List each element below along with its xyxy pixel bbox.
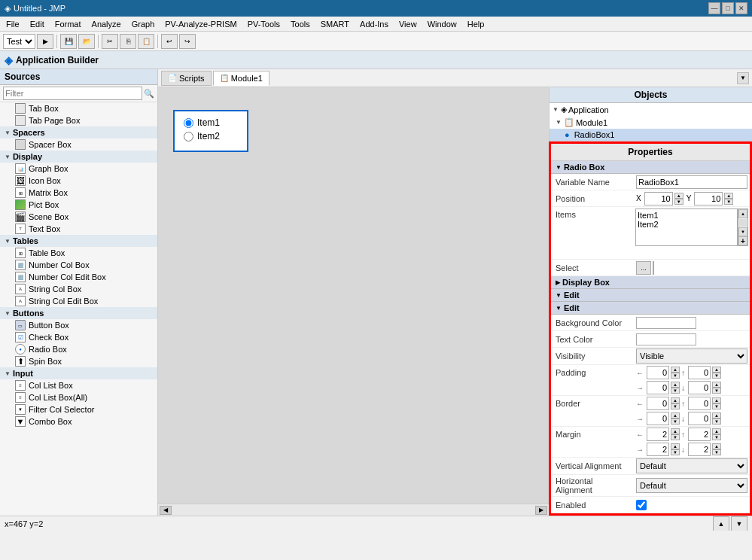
menu-file[interactable]: File (2, 19, 24, 29)
border-right-input[interactable] (647, 412, 669, 425)
position-y-down[interactable]: ▼ (724, 199, 733, 205)
source-item-text-box[interactable]: T Text Box (0, 223, 157, 235)
items-scroll-down[interactable]: ▼ (738, 227, 747, 236)
radio-input-1[interactable] (184, 118, 193, 128)
menu-format[interactable]: Format (50, 19, 86, 29)
margin-right-input[interactable] (647, 443, 669, 456)
hscroll-right-btn[interactable]: ▶ (535, 506, 547, 515)
tab-module1[interactable]: 📋 Module1 (213, 71, 269, 86)
toolbar-redo-btn[interactable]: ↪ (179, 34, 196, 49)
items-scroll-up[interactable]: ▲ (738, 209, 747, 218)
padding-bottom-up[interactable]: ▲ (712, 382, 721, 388)
hscroll-left-btn[interactable]: ◀ (160, 506, 172, 515)
border-left-down[interactable]: ▼ (671, 403, 680, 409)
padding-left-up[interactable]: ▲ (671, 367, 680, 373)
spacers-section-header[interactable]: ▼ Spacers (0, 126, 157, 138)
source-item-pict-box[interactable]: Pict Box (0, 199, 157, 211)
canvas-hscroll[interactable]: ◀ ▶ (158, 504, 549, 516)
margin-left-down[interactable]: ▼ (671, 434, 680, 440)
sources-filter-input[interactable] (3, 87, 142, 100)
padding-right-up[interactable]: ▲ (671, 382, 680, 388)
close-button[interactable]: ✕ (735, 2, 747, 14)
position-x-up[interactable]: ▲ (674, 193, 683, 199)
source-item-number-col-box[interactable]: 🔢 Number Col Box (0, 259, 157, 271)
menu-pvanalyze[interactable]: PV-Analyze-PRISM (160, 19, 241, 29)
source-item-filter-col-selector[interactable]: ▼ Filter Col Selector (0, 403, 157, 415)
source-item-tab-page-box[interactable]: Tab Page Box (0, 114, 157, 126)
tab-scripts[interactable]: 📄 Scripts (161, 71, 212, 86)
source-item-icon-box[interactable]: 🖼 Icon Box (0, 175, 157, 187)
select-dots-btn[interactable]: ... (636, 261, 651, 275)
canvas-content[interactable]: Item1 Item2 (158, 87, 549, 504)
source-item-check-box[interactable]: ☑ Check Box (0, 331, 157, 343)
source-item-spin-box[interactable]: ⬆ Spin Box (0, 355, 157, 367)
position-x-input[interactable] (644, 192, 673, 205)
source-item-scene-box[interactable]: 🎬 Scene Box (0, 211, 157, 223)
border-right-up[interactable]: ▲ (671, 412, 680, 418)
menu-pvtools[interactable]: PV-Tools (243, 19, 285, 29)
menu-graph[interactable]: Graph (127, 19, 160, 29)
toolbar-cut-btn[interactable]: ✂ (102, 34, 118, 49)
padding-bottom-input[interactable] (688, 381, 711, 394)
tree-item-application[interactable]: ▼ ◈ Application (550, 103, 752, 116)
buttons-section-header[interactable]: ▼ Buttons (0, 307, 157, 319)
margin-left-input[interactable] (647, 428, 669, 441)
tree-item-module1[interactable]: ▼ 📋 Module1 (550, 116, 752, 129)
menu-view[interactable]: View (394, 19, 422, 29)
maximize-button[interactable]: □ (722, 2, 734, 14)
radio-input-2[interactable] (184, 132, 193, 142)
variable-name-input[interactable] (636, 175, 747, 189)
padding-right-input[interactable] (647, 381, 669, 394)
border-left-input[interactable] (647, 397, 669, 410)
halign-select[interactable]: Default Left Center Right (636, 478, 747, 493)
border-right-down[interactable]: ▼ (671, 418, 680, 425)
source-item-col-list-box-all[interactable]: ≡ Col List Box(All) (0, 391, 157, 403)
menu-edit[interactable]: Edit (26, 19, 49, 29)
select-input-box[interactable] (653, 261, 654, 275)
tree-item-radiobox1[interactable]: ● RadioBox1 (550, 129, 752, 141)
input-section-header[interactable]: ▼ Input (0, 367, 157, 379)
menu-addins[interactable]: Add-Ins (355, 19, 393, 29)
source-item-radio-box[interactable]: ● Radio Box (0, 343, 157, 355)
items-add-btn[interactable]: + (738, 236, 747, 245)
padding-top-up[interactable]: ▲ (712, 367, 721, 373)
source-item-combo-box[interactable]: ▼ Combo Box (0, 415, 157, 428)
margin-bottom-input[interactable] (688, 443, 711, 456)
padding-bottom-down[interactable]: ▼ (712, 388, 721, 394)
position-x-down[interactable]: ▼ (674, 199, 683, 205)
margin-right-down[interactable]: ▼ (671, 449, 680, 455)
tables-section-header[interactable]: ▼ Tables (0, 235, 157, 247)
margin-left-up[interactable]: ▲ (671, 428, 680, 434)
bg-color-box[interactable] (636, 317, 696, 329)
padding-left-down[interactable]: ▼ (671, 373, 680, 379)
border-top-input[interactable] (688, 397, 711, 410)
source-item-string-col-box[interactable]: A String Col Box (0, 283, 157, 295)
text-color-box[interactable] (636, 333, 696, 345)
enabled-checkbox[interactable] (636, 500, 647, 510)
display-section-header[interactable]: ▼ Display (0, 151, 157, 163)
border-bottom-input[interactable] (688, 412, 711, 425)
margin-bottom-down[interactable]: ▼ (712, 449, 721, 455)
toolbar-open-btn[interactable]: 📂 (78, 34, 95, 49)
toolbar-save-btn[interactable]: 💾 (60, 34, 77, 49)
toolbar-paste-btn[interactable]: 📋 (138, 34, 154, 49)
toolbar-copy-btn[interactable]: ⎘ (120, 34, 136, 49)
margin-bottom-up[interactable]: ▲ (712, 443, 721, 449)
margin-top-input[interactable] (688, 428, 711, 441)
source-item-col-list-box[interactable]: ≡ Col List Box (0, 379, 157, 391)
border-top-up[interactable]: ▲ (712, 397, 721, 403)
source-item-matrix-box[interactable]: ⊞ Matrix Box (0, 187, 157, 199)
source-item-graph-box[interactable]: 📊 Graph Box (0, 163, 157, 175)
menu-smart[interactable]: SMART (316, 19, 354, 29)
status-scroll-up[interactable]: ▲ (713, 516, 729, 531)
border-bottom-down[interactable]: ▼ (712, 418, 721, 425)
display-box-section-header[interactable]: ▶ Display Box (551, 276, 750, 289)
edit-section2-header[interactable]: ▼ Edit (551, 302, 750, 315)
status-scroll-down[interactable]: ▼ (731, 516, 747, 531)
menu-window[interactable]: Window (423, 19, 461, 29)
margin-right-up[interactable]: ▲ (671, 443, 680, 449)
border-bottom-up[interactable]: ▲ (712, 412, 721, 418)
padding-top-input[interactable] (688, 366, 711, 379)
source-item-table-box[interactable]: ⊞ Table Box (0, 247, 157, 259)
canvas-tab-scroll-btn[interactable]: ▼ (737, 72, 749, 84)
